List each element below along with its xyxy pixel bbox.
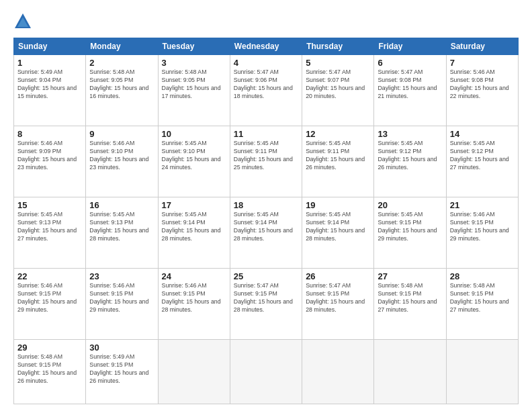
- daylight-label: Daylight: 15 hours and 29 minutes.: [378, 227, 437, 242]
- day-info: Sunrise: 5:49 AM Sunset: 9:04 PM Dayligh…: [17, 68, 82, 101]
- col-wednesday: Wednesday: [230, 38, 302, 55]
- page: Sunday Monday Tuesday Wednesday Thursday…: [0, 0, 532, 411]
- day-info: Sunrise: 5:49 AM Sunset: 9:15 PM Dayligh…: [89, 353, 154, 385]
- table-row: 20 Sunrise: 5:45 AM Sunset: 9:15 PM Dayl…: [374, 197, 446, 268]
- day-number: 1: [17, 58, 82, 68]
- day-info: Sunrise: 5:47 AM Sunset: 9:15 PM Dayligh…: [234, 282, 298, 314]
- col-friday: Friday: [374, 38, 446, 55]
- table-row: 18 Sunrise: 5:45 AM Sunset: 9:14 PM Dayl…: [230, 197, 302, 268]
- daylight-label: Daylight: 15 hours and 28 minutes.: [162, 298, 221, 313]
- daylight-label: Daylight: 15 hours and 28 minutes.: [306, 227, 365, 242]
- table-row: 27 Sunrise: 5:48 AM Sunset: 9:15 PM Dayl…: [374, 268, 446, 339]
- sunset-label: Sunset: 9:14 PM: [234, 219, 277, 226]
- table-row: 11 Sunrise: 5:45 AM Sunset: 9:11 PM Dayl…: [230, 126, 302, 197]
- sunset-label: Sunset: 9:15 PM: [17, 290, 61, 297]
- day-number: 15: [17, 200, 82, 210]
- sunset-label: Sunset: 9:15 PM: [162, 290, 206, 297]
- daylight-label: Daylight: 15 hours and 18 minutes.: [234, 85, 293, 99]
- day-number: 27: [378, 271, 442, 281]
- table-row: [374, 339, 446, 404]
- sunrise-label: Sunrise: 5:48 AM: [450, 282, 495, 289]
- day-number: 5: [306, 58, 370, 68]
- day-number: 7: [450, 58, 515, 68]
- sunrise-label: Sunrise: 5:46 AM: [17, 140, 62, 146]
- calendar-header-row: Sunday Monday Tuesday Wednesday Thursday…: [14, 38, 519, 55]
- sunrise-label: Sunrise: 5:45 AM: [306, 211, 351, 218]
- sunset-label: Sunset: 9:12 PM: [378, 148, 421, 154]
- sunrise-label: Sunrise: 5:49 AM: [17, 68, 62, 75]
- day-number: 22: [17, 271, 82, 281]
- day-info: Sunrise: 5:48 AM Sunset: 9:05 PM Dayligh…: [162, 68, 226, 101]
- sunrise-label: Sunrise: 5:45 AM: [378, 211, 423, 218]
- table-row: 9 Sunrise: 5:46 AM Sunset: 9:10 PM Dayli…: [86, 126, 158, 197]
- sunset-label: Sunset: 9:10 PM: [162, 148, 206, 154]
- table-row: 10 Sunrise: 5:45 AM Sunset: 9:10 PM Dayl…: [158, 126, 230, 197]
- day-info: Sunrise: 5:48 AM Sunset: 9:05 PM Dayligh…: [89, 68, 154, 101]
- sunset-label: Sunset: 9:04 PM: [17, 77, 61, 83]
- sunrise-label: Sunrise: 5:45 AM: [306, 140, 351, 146]
- daylight-label: Daylight: 15 hours and 27 minutes.: [378, 298, 437, 313]
- day-number: 29: [17, 342, 82, 353]
- day-info: Sunrise: 5:46 AM Sunset: 9:15 PM Dayligh…: [17, 282, 82, 314]
- table-row: 21 Sunrise: 5:46 AM Sunset: 9:15 PM Dayl…: [446, 197, 518, 268]
- sunset-label: Sunset: 9:15 PM: [89, 361, 133, 368]
- table-row: 8 Sunrise: 5:46 AM Sunset: 9:09 PM Dayli…: [14, 126, 86, 197]
- sunset-label: Sunset: 9:15 PM: [89, 290, 133, 297]
- daylight-label: Daylight: 15 hours and 15 minutes.: [17, 85, 77, 99]
- day-number: 21: [450, 200, 515, 210]
- table-row: 7 Sunrise: 5:46 AM Sunset: 9:08 PM Dayli…: [446, 55, 518, 126]
- col-monday: Monday: [86, 38, 158, 55]
- sunrise-label: Sunrise: 5:46 AM: [162, 282, 207, 289]
- sunrise-label: Sunrise: 5:45 AM: [89, 211, 134, 218]
- sunrise-label: Sunrise: 5:49 AM: [89, 353, 134, 360]
- sunset-label: Sunset: 9:13 PM: [89, 219, 133, 226]
- logo-icon: [13, 12, 32, 31]
- day-info: Sunrise: 5:45 AM Sunset: 9:12 PM Dayligh…: [450, 140, 515, 172]
- day-info: Sunrise: 5:45 AM Sunset: 9:12 PM Dayligh…: [378, 140, 442, 172]
- header: [13, 12, 519, 31]
- table-row: 2 Sunrise: 5:48 AM Sunset: 9:05 PM Dayli…: [86, 55, 158, 126]
- daylight-label: Daylight: 15 hours and 20 minutes.: [306, 85, 365, 99]
- day-number: 23: [89, 271, 154, 281]
- day-info: Sunrise: 5:46 AM Sunset: 9:15 PM Dayligh…: [450, 211, 515, 243]
- col-thursday: Thursday: [302, 38, 374, 55]
- day-info: Sunrise: 5:47 AM Sunset: 9:06 PM Dayligh…: [234, 68, 298, 101]
- day-info: Sunrise: 5:45 AM Sunset: 9:14 PM Dayligh…: [306, 211, 370, 243]
- table-row: 1 Sunrise: 5:49 AM Sunset: 9:04 PM Dayli…: [14, 55, 86, 126]
- daylight-label: Daylight: 15 hours and 16 minutes.: [89, 85, 148, 99]
- day-info: Sunrise: 5:48 AM Sunset: 9:15 PM Dayligh…: [378, 282, 442, 314]
- sunrise-label: Sunrise: 5:47 AM: [378, 68, 423, 75]
- day-info: Sunrise: 5:48 AM Sunset: 9:15 PM Dayligh…: [450, 282, 515, 314]
- logo: [13, 12, 35, 31]
- day-info: Sunrise: 5:45 AM Sunset: 9:14 PM Dayligh…: [162, 211, 226, 243]
- table-row: 14 Sunrise: 5:45 AM Sunset: 9:12 PM Dayl…: [446, 126, 518, 197]
- sunrise-label: Sunrise: 5:45 AM: [162, 140, 207, 146]
- table-row: [302, 339, 374, 404]
- table-row: 19 Sunrise: 5:45 AM Sunset: 9:14 PM Dayl…: [302, 197, 374, 268]
- day-info: Sunrise: 5:47 AM Sunset: 9:07 PM Dayligh…: [306, 68, 370, 101]
- daylight-label: Daylight: 15 hours and 27 minutes.: [450, 156, 509, 171]
- sunset-label: Sunset: 9:14 PM: [162, 219, 206, 226]
- day-number: 25: [234, 271, 298, 281]
- sunrise-label: Sunrise: 5:46 AM: [89, 140, 134, 146]
- col-tuesday: Tuesday: [158, 38, 230, 55]
- day-info: Sunrise: 5:46 AM Sunset: 9:09 PM Dayligh…: [17, 140, 82, 172]
- calendar-week-row: 1 Sunrise: 5:49 AM Sunset: 9:04 PM Dayli…: [14, 55, 519, 126]
- day-info: Sunrise: 5:46 AM Sunset: 9:08 PM Dayligh…: [450, 68, 515, 101]
- table-row: 3 Sunrise: 5:48 AM Sunset: 9:05 PM Dayli…: [158, 55, 230, 126]
- sunrise-label: Sunrise: 5:45 AM: [234, 211, 279, 218]
- sunrise-label: Sunrise: 5:45 AM: [450, 140, 495, 146]
- day-number: 8: [17, 129, 82, 139]
- day-number: 19: [306, 200, 370, 210]
- table-row: 23 Sunrise: 5:46 AM Sunset: 9:15 PM Dayl…: [86, 268, 158, 339]
- table-row: 4 Sunrise: 5:47 AM Sunset: 9:06 PM Dayli…: [230, 55, 302, 126]
- calendar-week-row: 15 Sunrise: 5:45 AM Sunset: 9:13 PM Dayl…: [14, 197, 519, 268]
- sunrise-label: Sunrise: 5:48 AM: [17, 353, 62, 360]
- day-info: Sunrise: 5:47 AM Sunset: 9:15 PM Dayligh…: [306, 282, 370, 314]
- col-sunday: Sunday: [14, 38, 86, 55]
- day-info: Sunrise: 5:45 AM Sunset: 9:10 PM Dayligh…: [162, 140, 226, 172]
- sunset-label: Sunset: 9:05 PM: [89, 77, 133, 83]
- day-info: Sunrise: 5:45 AM Sunset: 9:11 PM Dayligh…: [234, 140, 298, 172]
- table-row: [230, 339, 302, 404]
- day-number: 24: [162, 271, 226, 281]
